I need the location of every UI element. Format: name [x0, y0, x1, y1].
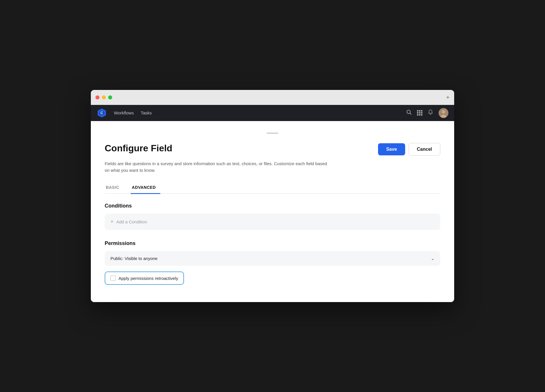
plus-icon: + [110, 219, 114, 225]
app-navbar: C Workflows Tasks [91, 105, 454, 121]
maximize-button[interactable] [108, 95, 112, 99]
modal-header: Configure Field Save Cancel [105, 143, 440, 156]
chevron-down-icon: ⌄ [431, 256, 435, 261]
mac-window: + C Workflows Tasks [91, 90, 454, 302]
save-button[interactable]: Save [378, 143, 405, 155]
apply-retroactively-checkbox[interactable]: Apply permissions retroactively [105, 272, 184, 285]
tabs: BASIC ADVANCED [105, 182, 440, 194]
grid-icon[interactable] [417, 110, 422, 116]
modal-drag-handle [267, 133, 278, 134]
nav-right [406, 108, 448, 118]
svg-line-4 [410, 113, 411, 115]
mac-buttons [95, 95, 112, 99]
new-tab-button[interactable]: + [446, 94, 450, 101]
modal-container: Configure Field Save Cancel Fields are l… [91, 121, 454, 302]
svg-text:C: C [100, 111, 103, 115]
nav-links: Workflows Tasks [114, 110, 399, 115]
mac-titlebar: + [91, 90, 454, 105]
add-condition-button[interactable]: + Add a Condition [105, 214, 440, 230]
tab-basic[interactable]: BASIC [105, 182, 124, 194]
permissions-dropdown[interactable]: Public: Visible to anyone ⌄ [105, 251, 440, 266]
modal-description: Fields are like questions in a survey an… [105, 160, 330, 174]
user-avatar[interactable] [439, 108, 448, 118]
search-icon[interactable] [406, 109, 412, 116]
cancel-button[interactable]: Cancel [409, 143, 440, 156]
close-button[interactable] [95, 95, 99, 99]
checkbox-input[interactable] [110, 276, 116, 281]
nav-workflows[interactable]: Workflows [114, 110, 134, 115]
conditions-title: Conditions [105, 203, 440, 209]
svg-point-6 [442, 110, 445, 114]
bell-icon[interactable] [428, 109, 433, 116]
modal-header-buttons: Save Cancel [378, 143, 440, 156]
minimize-button[interactable] [102, 95, 106, 99]
permissions-title: Permissions [105, 240, 440, 246]
nav-tasks[interactable]: Tasks [141, 110, 152, 115]
app-logo: C [97, 108, 107, 118]
modal-title: Configure Field [105, 143, 172, 154]
apply-retroactively-label: Apply permissions retroactively [119, 276, 178, 281]
permissions-value: Public: Visible to anyone [110, 256, 157, 261]
tab-advanced[interactable]: ADVANCED [131, 182, 160, 194]
add-condition-label: Add a Condition [116, 219, 147, 224]
